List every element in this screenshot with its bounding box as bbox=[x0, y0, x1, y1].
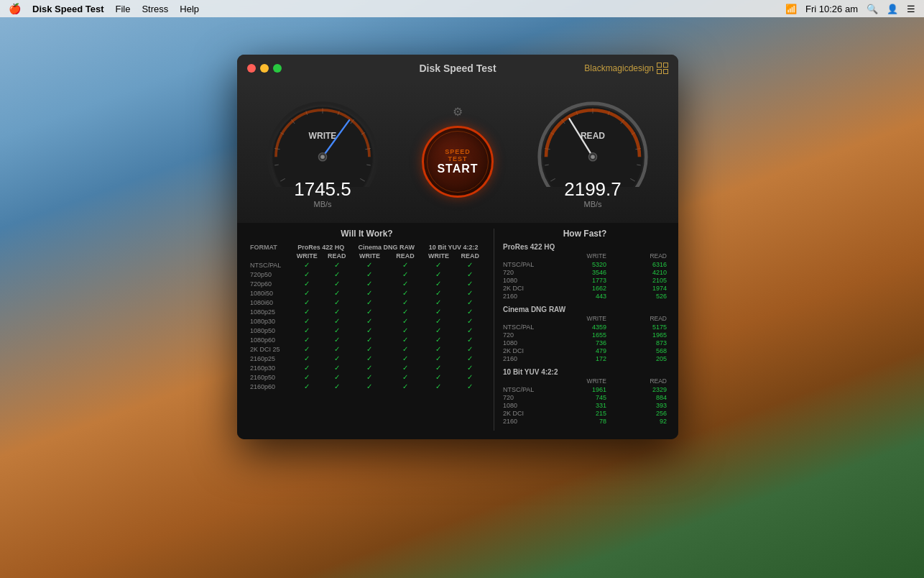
check-cell: ✓ bbox=[422, 363, 455, 372]
brand-sq-1 bbox=[657, 63, 662, 68]
list-icon[interactable]: ☰ bbox=[907, 4, 915, 14]
menubar-left: 🍎 Disk Speed Test File Stress Help bbox=[9, 3, 199, 14]
write-gauge-svg: WRITE bbox=[254, 93, 391, 187]
check-cell: ✓ bbox=[422, 270, 455, 279]
check-mark: ✓ bbox=[334, 345, 340, 353]
close-button[interactable] bbox=[247, 64, 256, 73]
hf-write-val: 172 bbox=[581, 355, 606, 362]
format-cell: 1080p30 bbox=[249, 316, 291, 326]
format-cell: 1080i50 bbox=[249, 288, 291, 298]
check-mark: ✓ bbox=[304, 373, 310, 381]
apple-menu[interactable]: 🍎 bbox=[9, 3, 21, 14]
check-mark: ✓ bbox=[334, 270, 340, 278]
check-cell: ✓ bbox=[351, 354, 388, 363]
check-mark: ✓ bbox=[334, 364, 340, 372]
check-mark: ✓ bbox=[435, 373, 441, 381]
check-cell: ✓ bbox=[291, 372, 323, 382]
check-mark: ✓ bbox=[334, 382, 340, 390]
check-mark: ✓ bbox=[467, 336, 473, 344]
brand-sq-4 bbox=[663, 69, 668, 74]
check-cell: ✓ bbox=[323, 326, 351, 335]
read-unit: MB/s bbox=[564, 200, 622, 208]
check-mark: ✓ bbox=[435, 317, 441, 325]
hf-data-row: NTSC/PAL53206316 bbox=[503, 260, 667, 268]
hf-row-label: 2K DCI bbox=[503, 410, 546, 417]
read-gauge-svg: READ bbox=[525, 93, 661, 187]
check-cell: ✓ bbox=[323, 307, 351, 316]
hf-read-val: 873 bbox=[642, 339, 667, 347]
svg-text:READ: READ bbox=[581, 131, 605, 141]
svg-text:WRITE: WRITE bbox=[309, 131, 337, 141]
check-cell: ✓ bbox=[351, 279, 388, 288]
write-value: 1745.5 bbox=[294, 180, 351, 198]
check-mark: ✓ bbox=[467, 261, 473, 269]
check-mark: ✓ bbox=[402, 289, 408, 297]
file-menu[interactable]: File bbox=[115, 4, 130, 14]
stress-menu[interactable]: Stress bbox=[142, 4, 168, 14]
check-cell: ✓ bbox=[389, 307, 422, 316]
check-cell: ✓ bbox=[389, 298, 422, 307]
how-fast-title: How Fast? bbox=[503, 229, 667, 239]
check-cell: ✓ bbox=[291, 270, 323, 279]
check-cell: ✓ bbox=[291, 326, 323, 335]
check-mark: ✓ bbox=[435, 298, 441, 306]
gauge-section: WRITE 1745.5 MB/s ⚙ SPEED TEST START bbox=[237, 82, 678, 223]
hf-write-val: 745 bbox=[581, 394, 606, 401]
check-cell: ✓ bbox=[456, 316, 485, 326]
check-mark: ✓ bbox=[467, 345, 473, 353]
check-cell: ✓ bbox=[389, 260, 422, 270]
check-cell: ✓ bbox=[351, 307, 388, 316]
hf-write-val: 1662 bbox=[581, 285, 606, 292]
check-mark: ✓ bbox=[435, 308, 441, 316]
window-title: Disk Speed Test bbox=[419, 63, 496, 74]
check-cell: ✓ bbox=[351, 270, 388, 279]
table-row: 1080p30✓✓✓✓✓✓ bbox=[249, 316, 485, 326]
app-window: Disk Speed Test Blackmagicdesign bbox=[237, 55, 678, 439]
check-cell: ✓ bbox=[389, 382, 422, 391]
table-row: 2K DCI 25✓✓✓✓✓✓ bbox=[249, 344, 485, 354]
table-row: 2160p60✓✓✓✓✓✓ bbox=[249, 382, 485, 391]
user-icon[interactable]: 👤 bbox=[887, 4, 898, 14]
codec-title: 10 Bit YUV 4:2:2 bbox=[503, 368, 667, 376]
check-mark: ✓ bbox=[334, 317, 340, 325]
check-mark: ✓ bbox=[402, 261, 408, 269]
hf-data-row: 2160172205 bbox=[503, 354, 667, 362]
hf-write-val: 331 bbox=[581, 402, 606, 409]
check-mark: ✓ bbox=[304, 317, 310, 325]
check-cell: ✓ bbox=[456, 344, 485, 354]
check-mark: ✓ bbox=[304, 364, 310, 372]
check-cell: ✓ bbox=[456, 298, 485, 307]
check-mark: ✓ bbox=[402, 354, 408, 362]
hf-read-val: 1974 bbox=[642, 285, 667, 292]
format-cell: 2160p25 bbox=[249, 354, 291, 363]
format-cell: 720p50 bbox=[249, 270, 291, 279]
hf-data-row: 2K DCI479568 bbox=[503, 347, 667, 354]
check-mark: ✓ bbox=[304, 326, 310, 334]
check-mark: ✓ bbox=[467, 280, 473, 288]
table-row: 2160p50✓✓✓✓✓✓ bbox=[249, 372, 485, 382]
help-menu[interactable]: Help bbox=[180, 4, 199, 14]
hf-header-row: WRITEREAD bbox=[503, 252, 667, 260]
search-icon[interactable]: 🔍 bbox=[867, 4, 878, 14]
check-mark: ✓ bbox=[435, 326, 441, 334]
check-cell: ✓ bbox=[456, 260, 485, 270]
maximize-button[interactable] bbox=[273, 64, 282, 73]
minimize-button[interactable] bbox=[260, 64, 269, 73]
check-cell: ✓ bbox=[422, 344, 455, 354]
table-row: 1080p60✓✓✓✓✓✓ bbox=[249, 335, 485, 344]
how-fast-panel: How Fast? ProRes 422 HQWRITEREADNTSC/PAL… bbox=[494, 229, 667, 431]
check-mark: ✓ bbox=[402, 345, 408, 353]
hf-read-val: 2329 bbox=[642, 386, 667, 393]
check-cell: ✓ bbox=[422, 335, 455, 344]
app-menu-name[interactable]: Disk Speed Test bbox=[32, 4, 103, 14]
will-it-work-title: Will It Work? bbox=[249, 229, 485, 239]
hf-row-label: 2160 bbox=[503, 418, 546, 425]
settings-icon[interactable]: ⚙ bbox=[453, 105, 463, 119]
check-mark: ✓ bbox=[334, 308, 340, 316]
check-cell: ✓ bbox=[291, 335, 323, 344]
format-cell: 1080p25 bbox=[249, 307, 291, 316]
check-mark: ✓ bbox=[435, 345, 441, 353]
svg-point-19 bbox=[320, 155, 325, 159]
start-button[interactable]: SPEED TEST START bbox=[422, 126, 494, 198]
check-mark: ✓ bbox=[366, 373, 372, 381]
